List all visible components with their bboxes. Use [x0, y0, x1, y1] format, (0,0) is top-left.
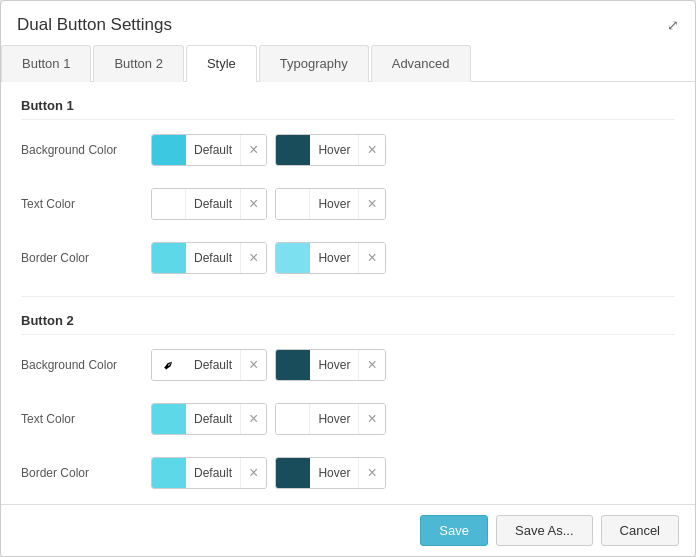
button1-text-color-controls: Default × Hover ×	[151, 188, 386, 220]
button2-border-hover-swatch[interactable]	[276, 458, 310, 488]
button2-bg-default-swatch-group[interactable]: ✒ Default ×	[151, 349, 267, 381]
button2-bg-default-eyedropper[interactable]: ✒	[152, 350, 186, 380]
button2-border-color-controls: Default × Hover ×	[151, 457, 386, 489]
button2-background-color-row: Background Color ✒ Default × Hover ×	[21, 349, 675, 385]
button2-border-color-row: Border Color Default × Hover ×	[21, 457, 675, 493]
button1-border-default-swatch-group[interactable]: Default ×	[151, 242, 267, 274]
button2-bg-default-close[interactable]: ×	[240, 350, 266, 380]
button1-background-color-controls: Default × Hover ×	[151, 134, 386, 166]
button2-text-default-swatch-group[interactable]: Default ×	[151, 403, 267, 435]
section-divider	[21, 296, 675, 297]
button1-bg-default-close[interactable]: ×	[240, 135, 266, 165]
button1-border-default-swatch[interactable]	[152, 243, 186, 273]
button2-text-hover-swatch-group[interactable]: Hover ×	[275, 403, 385, 435]
button2-border-color-label: Border Color	[21, 466, 151, 480]
tab-advanced[interactable]: Advanced	[371, 45, 471, 82]
button1-border-hover-swatch[interactable]	[276, 243, 310, 273]
dialog-footer: Save Save As... Cancel	[1, 504, 695, 556]
button1-border-hover-close[interactable]: ×	[358, 243, 384, 273]
save-button[interactable]: Save	[420, 515, 488, 546]
button2-text-hover-swatch[interactable]	[276, 404, 310, 434]
button2-bg-hover-label: Hover	[310, 350, 358, 380]
button2-bg-default-label: Default	[186, 350, 240, 380]
button1-bg-default-label: Default	[186, 135, 240, 165]
button2-text-hover-close[interactable]: ×	[358, 404, 384, 434]
save-as-button[interactable]: Save As...	[496, 515, 593, 546]
button1-bg-default-swatch[interactable]	[152, 135, 186, 165]
button1-bg-hover-close[interactable]: ×	[358, 135, 384, 165]
eyedropper-icon: ✒	[159, 355, 179, 375]
dual-button-settings-dialog: Dual Button Settings ⤢ Button 1 Button 2…	[0, 0, 696, 557]
button2-border-hover-label: Hover	[310, 458, 358, 488]
button2-border-default-swatch-group[interactable]: Default ×	[151, 457, 267, 489]
button2-text-color-controls: Default × Hover ×	[151, 403, 386, 435]
button2-bg-hover-swatch-group[interactable]: Hover ×	[275, 349, 385, 381]
cancel-button[interactable]: Cancel	[601, 515, 679, 546]
tab-typography[interactable]: Typography	[259, 45, 369, 82]
button2-text-default-swatch[interactable]	[152, 404, 186, 434]
button1-border-color-label: Border Color	[21, 251, 151, 265]
button1-text-default-swatch[interactable]	[152, 189, 186, 219]
button2-text-default-label: Default	[186, 404, 240, 434]
tab-button2[interactable]: Button 2	[93, 45, 183, 82]
button1-section-title: Button 1	[21, 98, 675, 120]
dialog-title: Dual Button Settings	[17, 15, 172, 35]
button1-border-hover-label: Hover	[310, 243, 358, 273]
button2-border-default-swatch[interactable]	[152, 458, 186, 488]
tab-style[interactable]: Style	[186, 45, 257, 82]
button2-bg-hover-swatch[interactable]	[276, 350, 310, 380]
button2-text-color-label: Text Color	[21, 412, 151, 426]
button1-bg-hover-label: Hover	[310, 135, 358, 165]
dialog-header: Dual Button Settings ⤢	[1, 1, 695, 45]
button1-border-color-row: Border Color Default × Hover ×	[21, 242, 675, 278]
button2-border-hover-swatch-group[interactable]: Hover ×	[275, 457, 385, 489]
button2-background-color-controls: ✒ Default × Hover ×	[151, 349, 386, 381]
button2-border-default-close[interactable]: ×	[240, 458, 266, 488]
button1-text-hover-swatch[interactable]	[276, 189, 310, 219]
button1-text-color-label: Text Color	[21, 197, 151, 211]
tabs-container: Button 1 Button 2 Style Typography Advan…	[1, 45, 695, 82]
button2-text-color-row: Text Color Default × Hover ×	[21, 403, 675, 439]
button1-bg-hover-swatch[interactable]	[276, 135, 310, 165]
button1-background-color-label: Background Color	[21, 143, 151, 157]
expand-icon[interactable]: ⤢	[667, 17, 679, 33]
button2-border-hover-close[interactable]: ×	[358, 458, 384, 488]
button2-text-default-close[interactable]: ×	[240, 404, 266, 434]
button2-text-hover-label: Hover	[310, 404, 358, 434]
button1-text-hover-label: Hover	[310, 189, 358, 219]
content-area: Button 1 Background Color Default × Hove…	[1, 82, 695, 504]
button1-text-default-close[interactable]: ×	[240, 189, 266, 219]
button1-bg-hover-swatch-group[interactable]: Hover ×	[275, 134, 385, 166]
button1-background-color-row: Background Color Default × Hover ×	[21, 134, 675, 170]
button2-bg-hover-close[interactable]: ×	[358, 350, 384, 380]
button1-text-default-label: Default	[186, 189, 240, 219]
button1-border-hover-swatch-group[interactable]: Hover ×	[275, 242, 385, 274]
button1-text-default-swatch-group[interactable]: Default ×	[151, 188, 267, 220]
tab-button1[interactable]: Button 1	[1, 45, 91, 82]
button1-bg-default-swatch-group[interactable]: Default ×	[151, 134, 267, 166]
button2-section-title: Button 2	[21, 313, 675, 335]
button2-border-default-label: Default	[186, 458, 240, 488]
button1-text-hover-close[interactable]: ×	[358, 189, 384, 219]
button1-border-default-label: Default	[186, 243, 240, 273]
button1-text-color-row: Text Color Default × Hover ×	[21, 188, 675, 224]
button2-background-color-label: Background Color	[21, 358, 151, 372]
button1-border-default-close[interactable]: ×	[240, 243, 266, 273]
button1-text-hover-swatch-group[interactable]: Hover ×	[275, 188, 385, 220]
button1-border-color-controls: Default × Hover ×	[151, 242, 386, 274]
